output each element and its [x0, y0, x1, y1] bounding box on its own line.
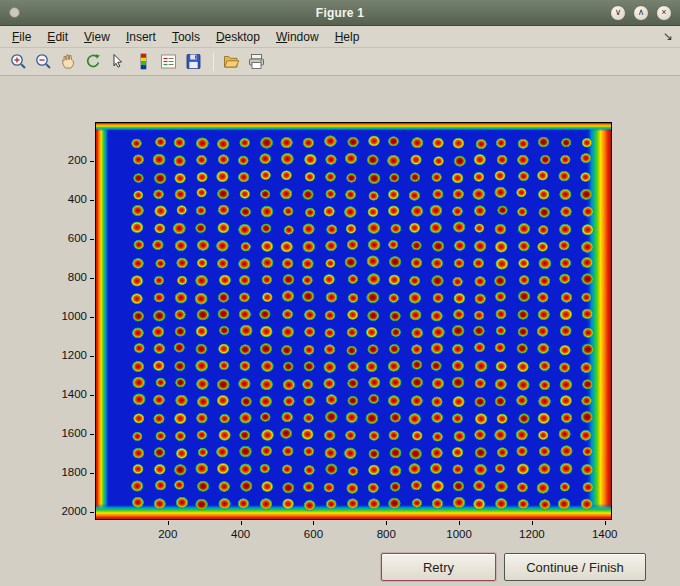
insert-legend-icon[interactable]	[157, 50, 180, 73]
zoom-out-icon[interactable]	[32, 50, 55, 73]
y-tick-mark	[90, 473, 94, 474]
retry-button[interactable]: Retry	[381, 553, 496, 581]
menubar: FileEditViewInsertToolsDesktopWindowHelp…	[0, 26, 680, 48]
y-tick-label: 1600	[47, 427, 87, 439]
rotate-3d-icon[interactable]	[82, 50, 105, 73]
y-tick-mark	[90, 512, 94, 513]
toolbar	[0, 48, 680, 76]
minimize-button[interactable]: ∨	[610, 5, 626, 21]
y-tick-label: 600	[47, 232, 87, 244]
plot-area[interactable]	[95, 122, 612, 520]
save-icon[interactable]	[182, 50, 205, 73]
y-tick-label: 2000	[47, 505, 87, 517]
pan-icon[interactable]	[57, 50, 80, 73]
close-button[interactable]: ×	[656, 5, 672, 21]
x-tick-label: 400	[221, 528, 261, 540]
menu-view[interactable]: View	[76, 27, 118, 47]
y-tick-mark	[90, 239, 94, 240]
zoom-in-icon[interactable]	[7, 50, 30, 73]
y-tick-label: 800	[47, 271, 87, 283]
menu-tools[interactable]: Tools	[164, 27, 208, 47]
x-tick-label: 200	[148, 528, 188, 540]
continue-finish-button[interactable]: Continue / Finish	[504, 553, 646, 581]
y-tick-label: 1400	[47, 388, 87, 400]
menu-insert[interactable]: Insert	[118, 27, 164, 47]
menu-desktop[interactable]: Desktop	[208, 27, 268, 47]
menu-file[interactable]: File	[4, 27, 39, 47]
menu-help[interactable]: Help	[327, 27, 368, 47]
x-tick-mark	[168, 521, 169, 525]
x-tick-label: 1400	[585, 528, 625, 540]
plate-image[interactable]	[95, 122, 612, 520]
x-tick-label: 1200	[512, 528, 552, 540]
menu-edit[interactable]: Edit	[39, 27, 76, 47]
y-tick-label: 400	[47, 193, 87, 205]
y-tick-mark	[90, 434, 94, 435]
menu-items: FileEditViewInsertToolsDesktopWindowHelp	[4, 27, 367, 47]
y-tick-mark	[90, 278, 94, 279]
button-row: Retry Continue / Finish	[381, 553, 646, 581]
maximize-button[interactable]: ∧	[633, 5, 649, 21]
x-tick-mark	[386, 521, 387, 525]
y-tick-label: 200	[47, 154, 87, 166]
y-tick-label: 1200	[47, 349, 87, 361]
x-tick-label: 600	[293, 528, 333, 540]
window-title: Figure 1	[0, 6, 680, 20]
x-tick-label: 800	[366, 528, 406, 540]
menu-window[interactable]: Window	[268, 27, 327, 47]
y-tick-mark	[90, 317, 94, 318]
y-tick-mark	[90, 395, 94, 396]
dock-figure-icon[interactable]: ↘	[663, 29, 673, 43]
figure-canvas: Retry Continue / Finish 2004006008001000…	[0, 76, 680, 586]
insert-colorbar-icon[interactable]	[132, 50, 155, 73]
print-icon[interactable]	[245, 50, 268, 73]
y-tick-mark	[90, 200, 94, 201]
y-tick-mark	[90, 356, 94, 357]
data-cursor-icon[interactable]	[107, 50, 130, 73]
x-tick-label: 1000	[439, 528, 479, 540]
y-tick-label: 1000	[47, 310, 87, 322]
open-file-icon[interactable]	[220, 50, 243, 73]
titlebar[interactable]: Figure 1 ∨∧×	[0, 0, 680, 26]
window-controls: ∨∧×	[610, 5, 672, 21]
x-tick-mark	[241, 521, 242, 525]
x-tick-mark	[459, 521, 460, 525]
x-tick-mark	[313, 521, 314, 525]
y-tick-mark	[90, 161, 94, 162]
y-tick-label: 1800	[47, 466, 87, 478]
toolbar-separator	[213, 53, 214, 71]
x-tick-mark	[605, 521, 606, 525]
x-tick-mark	[532, 521, 533, 525]
